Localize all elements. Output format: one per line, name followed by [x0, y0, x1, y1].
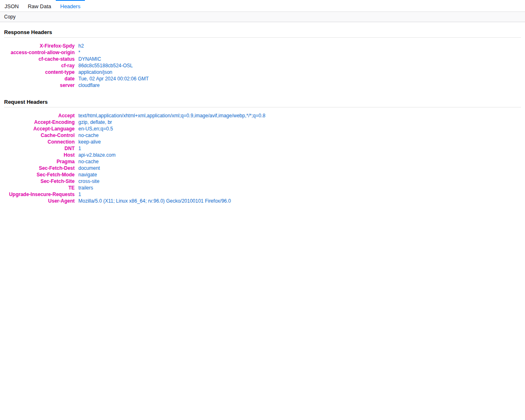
header-name: cf-cache-status: [4, 56, 75, 62]
header-name: cf-ray: [4, 62, 75, 69]
header-name: access-control-allow-origin: [4, 49, 75, 56]
header-row: Sec-Fetch-Mode navigate: [4, 171, 265, 178]
header-value: navigate: [75, 171, 265, 178]
header-value: Tue, 02 Apr 2024 00:02:06 GMT: [75, 75, 149, 82]
header-name: Pragma: [4, 158, 75, 165]
header-value: gzip, deflate, br: [75, 119, 265, 126]
header-name: Sec-Fetch-Site: [4, 178, 75, 185]
header-name: Cache-Control: [4, 132, 75, 139]
header-value: 1: [75, 191, 265, 198]
headers-panel: Response Headers X-Firefox-Spdy h2 acces…: [0, 30, 525, 204]
header-value: h2: [75, 43, 149, 49]
response-headers-section: Response Headers X-Firefox-Spdy h2 acces…: [4, 30, 521, 89]
header-row: User-Agent Mozilla/5.0 (X11; Linux x86_6…: [4, 198, 265, 204]
tab-headers[interactable]: Headers: [56, 0, 85, 11]
header-row: DNT 1: [4, 145, 265, 152]
header-row: cf-ray 86dc8c55188cb524-OSL: [4, 62, 149, 69]
header-value: keep-alive: [75, 139, 265, 145]
header-row: cf-cache-status DYNAMIC: [4, 56, 149, 62]
header-name: Upgrade-Insecure-Requests: [4, 191, 75, 198]
header-row: date Tue, 02 Apr 2024 00:02:06 GMT: [4, 75, 149, 82]
header-name: Host: [4, 152, 75, 158]
header-value: document: [75, 165, 265, 171]
header-value: cloudflare: [75, 82, 149, 89]
header-name: TE: [4, 185, 75, 191]
header-name: Accept-Language: [4, 126, 75, 132]
header-row: content-type application/json: [4, 69, 149, 75]
header-row: server cloudflare: [4, 82, 149, 89]
header-name: DNT: [4, 145, 75, 152]
header-value: trailers: [75, 185, 265, 191]
header-value: cross-site: [75, 178, 265, 185]
header-row: Accept-Language en-US,en;q=0.5: [4, 126, 265, 132]
header-value: *: [75, 49, 149, 56]
header-value: 86dc8c55188cb524-OSL: [75, 62, 149, 69]
header-name: Sec-Fetch-Dest: [4, 165, 75, 171]
response-headers-title: Response Headers: [4, 30, 521, 38]
header-name: Accept-Encoding: [4, 119, 75, 126]
header-row: Sec-Fetch-Dest document: [4, 165, 265, 171]
header-value: no-cache: [75, 132, 265, 139]
header-value: no-cache: [75, 158, 265, 165]
header-row: Host api-v2.blaze.com: [4, 152, 265, 158]
response-headers-table: X-Firefox-Spdy h2 access-control-allow-o…: [4, 43, 149, 89]
header-row: Sec-Fetch-Site cross-site: [4, 178, 265, 185]
header-name: Connection: [4, 139, 75, 145]
header-value: api-v2.blaze.com: [75, 152, 265, 158]
json-viewer-tab-bar: JSON Raw Data Headers: [0, 0, 525, 12]
header-row: Accept-Encoding gzip, deflate, br: [4, 119, 265, 126]
header-name: Sec-Fetch-Mode: [4, 171, 75, 178]
header-name: X-Firefox-Spdy: [4, 43, 75, 49]
header-name: server: [4, 82, 75, 89]
header-name: date: [4, 75, 75, 82]
header-value: application/json: [75, 69, 149, 75]
header-value: en-US,en;q=0.5: [75, 126, 265, 132]
request-headers-title: Request Headers: [4, 99, 521, 107]
header-value: DYNAMIC: [75, 56, 149, 62]
header-row: Accept text/html,application/xhtml+xml,a…: [4, 112, 265, 119]
header-row: Cache-Control no-cache: [4, 132, 265, 139]
header-value: Mozilla/5.0 (X11; Linux x86_64; rv:96.0)…: [75, 198, 265, 204]
copy-button[interactable]: Copy: [0, 14, 20, 20]
request-headers-table: Accept text/html,application/xhtml+xml,a…: [4, 112, 265, 204]
header-value: 1: [75, 145, 265, 152]
header-row: X-Firefox-Spdy h2: [4, 43, 149, 49]
tab-raw-data[interactable]: Raw Data: [23, 0, 56, 11]
header-row: Pragma no-cache: [4, 158, 265, 165]
header-row: Connection keep-alive: [4, 139, 265, 145]
request-headers-section: Request Headers Accept text/html,applica…: [4, 99, 521, 204]
headers-toolbar: Copy: [0, 12, 525, 22]
header-row: TE trailers: [4, 185, 265, 191]
header-name: User-Agent: [4, 198, 75, 204]
header-row: Upgrade-Insecure-Requests 1: [4, 191, 265, 198]
header-name: content-type: [4, 69, 75, 75]
header-value: text/html,application/xhtml+xml,applicat…: [75, 112, 265, 119]
header-row: access-control-allow-origin *: [4, 49, 149, 56]
tab-json[interactable]: JSON: [0, 0, 23, 11]
header-name: Accept: [4, 112, 75, 119]
